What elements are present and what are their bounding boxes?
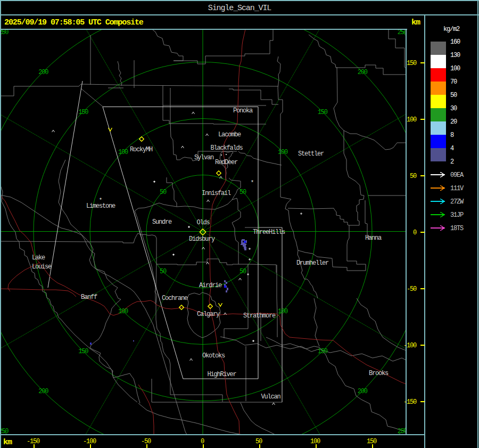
svg-text:150: 150	[318, 109, 328, 116]
svg-text:Brooks: Brooks	[369, 370, 389, 377]
svg-text:150: 150	[407, 60, 417, 67]
svg-text:kg/m2: kg/m2	[443, 26, 460, 33]
svg-text:Olds: Olds	[197, 219, 210, 226]
svg-text:100: 100	[118, 149, 128, 156]
svg-text:ThreeHills: ThreeHills	[253, 229, 285, 236]
svg-text:-50: -50	[141, 438, 151, 445]
svg-text:Hanna: Hanna	[365, 234, 382, 242]
svg-text:200: 200	[358, 69, 368, 76]
svg-text:Strathmore: Strathmore	[243, 312, 276, 320]
svg-text:50: 50	[255, 438, 262, 445]
svg-text:100: 100	[407, 116, 417, 124]
svg-text:130: 130	[450, 52, 460, 59]
svg-text:km: km	[411, 18, 420, 27]
svg-text:09EA: 09EA	[450, 172, 464, 179]
svg-text:160: 160	[450, 38, 460, 46]
svg-text:Louise: Louise	[32, 263, 52, 271]
svg-text:Didsbury: Didsbury	[189, 235, 215, 243]
svg-text:RockyMH: RockyMH	[130, 146, 153, 153]
svg-text:150: 150	[367, 438, 377, 445]
svg-text:Limestone: Limestone	[86, 202, 115, 210]
svg-text:200: 200	[358, 388, 368, 395]
svg-text:-100: -100	[403, 342, 417, 349]
svg-text:8: 8	[450, 132, 454, 139]
svg-text:Lacombe: Lacombe	[218, 131, 241, 139]
svg-text:Lake: Lake	[32, 254, 45, 262]
svg-text:Calgary: Calgary	[197, 311, 220, 318]
svg-text:Stettler: Stettler	[298, 150, 324, 158]
svg-text:100: 100	[118, 308, 128, 315]
svg-text:50: 50	[160, 189, 167, 196]
svg-text:50: 50	[450, 92, 457, 99]
svg-text:2025/09/19 07:58:05 UTC Compos: 2025/09/19 07:58:05 UTC Composite	[4, 18, 144, 27]
svg-text:50: 50	[410, 173, 417, 180]
svg-text:20: 20	[450, 118, 457, 126]
svg-text:70: 70	[450, 78, 457, 86]
svg-text:200: 200	[38, 388, 48, 395]
svg-text:100: 100	[278, 308, 288, 315]
svg-text:50: 50	[240, 189, 246, 196]
svg-text:200: 200	[38, 69, 48, 76]
svg-text:0: 0	[201, 438, 204, 445]
svg-text:-150: -150	[403, 398, 417, 406]
svg-text:Airdrie: Airdrie	[199, 282, 222, 289]
svg-text:HighRiver: HighRiver	[208, 371, 237, 378]
svg-text:2: 2	[450, 158, 454, 166]
svg-text:27ZW: 27ZW	[450, 198, 464, 206]
svg-text:-50: -50	[407, 286, 417, 293]
svg-text:30: 30	[450, 105, 457, 112]
svg-text:-100: -100	[83, 438, 96, 445]
svg-text:Innisfail: Innisfail	[202, 190, 231, 197]
svg-text:150: 150	[78, 109, 88, 116]
svg-text:Vulcan: Vulcan	[261, 393, 281, 401]
svg-text:Blackfalds: Blackfalds	[211, 144, 243, 152]
svg-text:-150: -150	[27, 438, 40, 445]
svg-text:50: 50	[240, 268, 246, 275]
svg-text:100: 100	[450, 65, 460, 72]
svg-text:Okotoks: Okotoks	[202, 352, 225, 360]
svg-text:Ponoka: Ponoka	[233, 107, 253, 115]
svg-text:100: 100	[278, 149, 288, 156]
svg-text:50: 50	[160, 268, 167, 275]
svg-text:*: *	[251, 180, 254, 186]
svg-text:150: 150	[78, 348, 88, 355]
svg-text:Sylvan: Sylvan	[194, 154, 214, 161]
svg-text:Cochrane: Cochrane	[162, 295, 188, 302]
svg-text:0: 0	[413, 229, 417, 237]
svg-text:RedDeer: RedDeer	[215, 159, 238, 166]
svg-text:Sundre: Sundre	[152, 218, 172, 226]
svg-text:4: 4	[450, 145, 454, 152]
svg-text:km: km	[3, 438, 12, 447]
svg-text:100: 100	[310, 438, 320, 445]
svg-text:111V: 111V	[450, 185, 464, 192]
svg-text:31JP: 31JP	[450, 211, 464, 219]
svg-text:Drumheller: Drumheller	[296, 259, 329, 267]
svg-text:150: 150	[318, 348, 328, 355]
svg-text:Banff: Banff	[81, 294, 97, 301]
svg-text:Single_Scan_VIL: Single_Scan_VIL	[208, 4, 272, 13]
svg-text:18TS: 18TS	[450, 225, 464, 232]
